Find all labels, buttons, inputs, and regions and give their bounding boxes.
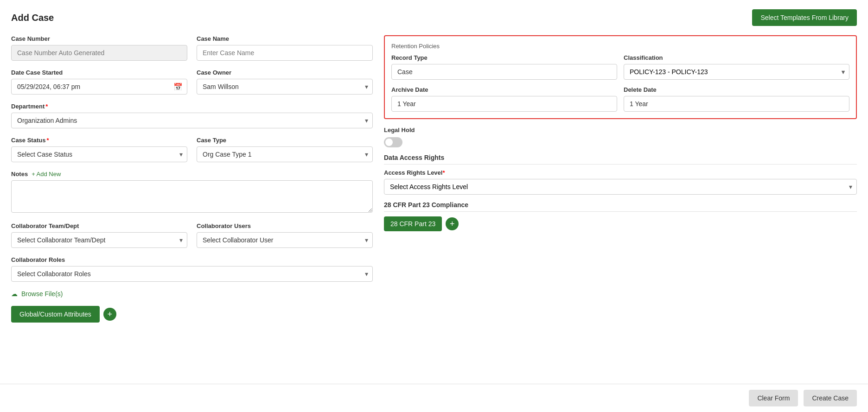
notes-textarea[interactable] — [11, 180, 373, 213]
data-access-title: Data Access Rights — [384, 154, 857, 165]
collaborator-users-select[interactable]: Select Collaborator User — [197, 232, 373, 248]
legal-hold-label: Legal Hold — [384, 127, 857, 133]
legal-hold-section: Legal Hold — [384, 127, 857, 147]
upload-icon: ☁ — [11, 290, 18, 298]
department-select[interactable]: Organization Admins — [11, 113, 373, 128]
create-case-button[interactable]: Create Case — [804, 390, 857, 406]
access-rights-select[interactable]: Select Access Rights Level — [384, 179, 857, 195]
date-started-input[interactable] — [11, 79, 187, 95]
collaborator-team-select[interactable]: Select Collaborator Team/Dept — [11, 232, 187, 248]
collaborator-roles-select[interactable]: Select Collaborator Roles — [11, 266, 373, 282]
case-owner-label: Case Owner — [197, 69, 373, 76]
cfr-tag[interactable]: 28 CFR Part 23 — [384, 216, 442, 231]
case-owner-select[interactable]: Sam Willson — [197, 79, 373, 95]
global-attrs-button[interactable]: Global/Custom Attributes — [11, 306, 100, 323]
page-title: Add Case — [11, 13, 54, 23]
classification-label: Classification — [624, 54, 849, 61]
delete-date-label: Delete Date — [624, 86, 849, 93]
retention-title: Retention Policies — [391, 43, 849, 50]
access-rights-label: Access Rights Level* — [384, 169, 857, 176]
collaborator-users-label: Collaborator Users — [197, 222, 373, 229]
date-started-label: Date Case Started — [11, 69, 187, 76]
form-footer: Clear Form Create Case — [0, 384, 868, 412]
global-attrs-add-button[interactable]: + — [103, 308, 116, 321]
add-new-notes-link[interactable]: + Add New — [32, 171, 61, 177]
collaborator-roles-label: Collaborator Roles — [11, 256, 373, 263]
classification-select[interactable]: POLICY-123 - POLICY-123 — [624, 64, 849, 80]
case-name-input[interactable] — [197, 45, 373, 61]
calendar-icon[interactable]: 📅 — [173, 82, 183, 91]
case-number-input — [11, 45, 187, 61]
toggle-slider — [384, 137, 402, 147]
case-name-label: Case Name — [197, 35, 373, 42]
record-type-input[interactable] — [391, 64, 617, 80]
delete-date-input[interactable] — [624, 96, 849, 112]
browse-files-button[interactable]: ☁ Browse File(s) — [11, 290, 373, 298]
notes-label: Notes — [11, 171, 28, 177]
case-status-label: Case Status* — [11, 137, 187, 144]
legal-hold-toggle[interactable] — [384, 137, 402, 147]
cfr-title: 28 CFR Part 23 Compliance — [384, 201, 857, 212]
clear-form-button[interactable]: Clear Form — [749, 390, 798, 406]
archive-date-input[interactable] — [391, 96, 617, 112]
case-type-label: Case Type — [197, 137, 373, 144]
collaborator-team-label: Collaborator Team/Dept — [11, 222, 187, 229]
archive-date-label: Archive Date — [391, 86, 617, 93]
record-type-label: Record Type — [391, 54, 617, 61]
case-status-select[interactable]: Select Case Status — [11, 146, 187, 162]
department-label: Department* — [11, 103, 373, 110]
case-type-select[interactable]: Org Case Type 1 — [197, 146, 373, 162]
select-templates-button[interactable]: Select Templates From Library — [752, 9, 857, 26]
retention-policies-box: Retention Policies Record Type Classific… — [384, 35, 857, 119]
cfr-add-button[interactable]: + — [446, 217, 459, 230]
case-number-label: Case Number — [11, 35, 187, 42]
